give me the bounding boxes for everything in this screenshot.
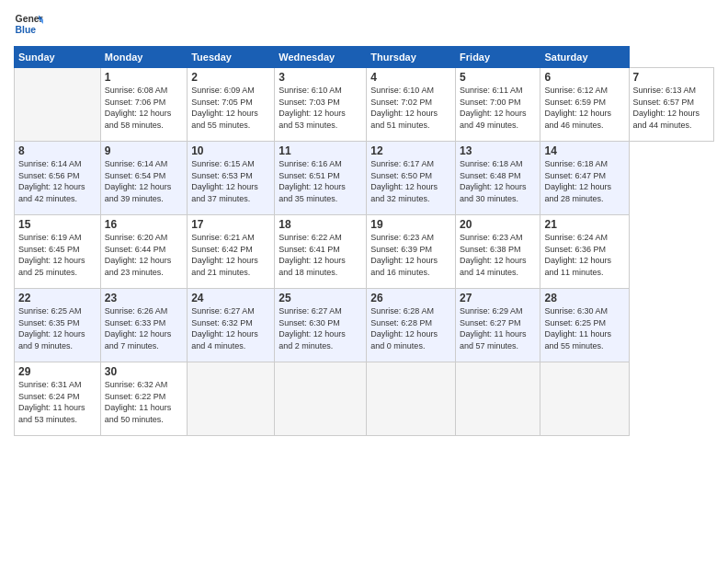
calendar-day-7: 7Sunrise: 6:13 AM Sunset: 6:57 PM Daylig… [629,68,714,142]
calendar-day-5: 5Sunrise: 6:11 AM Sunset: 7:00 PM Daylig… [456,68,540,142]
day-number: 2 [191,71,270,84]
day-info: Sunrise: 6:08 AM Sunset: 7:06 PM Dayligh… [105,85,183,131]
logo: General Blue [14,9,43,39]
calendar-week-1: 1Sunrise: 6:08 AM Sunset: 7:06 PM Daylig… [15,68,714,142]
day-info: Sunrise: 6:16 AM Sunset: 6:51 PM Dayligh… [279,158,362,204]
weekday-header-wednesday: Wednesday [275,47,367,68]
calendar-day-25: 25Sunrise: 6:27 AM Sunset: 6:30 PM Dayli… [275,289,367,362]
day-number: 11 [279,144,362,157]
day-number: 23 [105,292,183,304]
day-info: Sunrise: 6:17 AM Sunset: 6:50 PM Dayligh… [370,158,451,204]
day-info: Sunrise: 6:14 AM Sunset: 6:56 PM Dayligh… [18,158,97,204]
day-number: 18 [279,218,362,231]
weekday-header-tuesday: Tuesday [188,47,275,68]
day-info: Sunrise: 6:09 AM Sunset: 7:05 PM Dayligh… [191,85,270,131]
day-info: Sunrise: 6:18 AM Sunset: 6:48 PM Dayligh… [460,158,536,204]
day-number: 16 [105,218,183,231]
day-info: Sunrise: 6:25 AM Sunset: 6:35 PM Dayligh… [18,305,97,351]
day-number: 19 [370,218,451,231]
day-info: Sunrise: 6:26 AM Sunset: 6:33 PM Dayligh… [105,305,183,351]
day-info: Sunrise: 6:15 AM Sunset: 6:53 PM Dayligh… [191,158,270,204]
day-number: 4 [370,71,451,84]
day-info: Sunrise: 6:23 AM Sunset: 6:39 PM Dayligh… [370,232,451,278]
calendar-day-2: 2Sunrise: 6:09 AM Sunset: 7:05 PM Daylig… [188,68,275,142]
day-number: 7 [633,71,711,84]
day-info: Sunrise: 6:27 AM Sunset: 6:30 PM Dayligh… [279,305,362,351]
day-number: 28 [544,292,624,304]
calendar-day-16: 16Sunrise: 6:20 AM Sunset: 6:44 PM Dayli… [100,215,187,289]
day-number: 17 [191,218,270,231]
day-number: 30 [105,365,183,378]
calendar-week-3: 15Sunrise: 6:19 AM Sunset: 6:45 PM Dayli… [15,215,714,289]
calendar-empty-cell [540,362,629,436]
calendar-body: 1Sunrise: 6:08 AM Sunset: 7:06 PM Daylig… [15,68,714,436]
weekday-header-saturday: Saturday [540,47,629,68]
calendar-day-15: 15Sunrise: 6:19 AM Sunset: 6:45 PM Dayli… [15,215,101,289]
day-number: 27 [460,292,536,304]
day-info: Sunrise: 6:24 AM Sunset: 6:36 PM Dayligh… [544,232,624,278]
day-info: Sunrise: 6:10 AM Sunset: 7:03 PM Dayligh… [279,85,362,131]
calendar-day-1: 1Sunrise: 6:08 AM Sunset: 7:06 PM Daylig… [100,68,187,142]
calendar-day-27: 27Sunrise: 6:29 AM Sunset: 6:27 PM Dayli… [456,289,540,362]
calendar-day-26: 26Sunrise: 6:28 AM Sunset: 6:28 PM Dayli… [367,289,456,362]
calendar-day-22: 22Sunrise: 6:25 AM Sunset: 6:35 PM Dayli… [15,289,101,362]
day-number: 6 [544,71,624,84]
weekday-header-monday: Monday [100,47,187,68]
day-info: Sunrise: 6:31 AM Sunset: 6:24 PM Dayligh… [18,379,97,425]
day-number: 13 [460,144,536,157]
calendar-day-13: 13Sunrise: 6:18 AM Sunset: 6:48 PM Dayli… [456,142,540,215]
calendar-day-14: 14Sunrise: 6:18 AM Sunset: 6:47 PM Dayli… [540,142,629,215]
day-info: Sunrise: 6:30 AM Sunset: 6:25 PM Dayligh… [544,305,624,351]
calendar-day-9: 9Sunrise: 6:14 AM Sunset: 6:54 PM Daylig… [100,142,187,215]
day-info: Sunrise: 6:22 AM Sunset: 6:41 PM Dayligh… [279,232,362,278]
logo-icon: General Blue [14,9,43,39]
weekday-header-thursday: Thursday [367,47,456,68]
calendar-day-28: 28Sunrise: 6:30 AM Sunset: 6:25 PM Dayli… [540,289,629,362]
day-info: Sunrise: 6:28 AM Sunset: 6:28 PM Dayligh… [370,305,451,351]
day-number: 24 [191,292,270,304]
day-number: 21 [544,218,624,231]
calendar-day-23: 23Sunrise: 6:26 AM Sunset: 6:33 PM Dayli… [100,289,187,362]
calendar-day-30: 30Sunrise: 6:32 AM Sunset: 6:22 PM Dayli… [100,362,187,436]
calendar-day-6: 6Sunrise: 6:12 AM Sunset: 6:59 PM Daylig… [540,68,629,142]
day-number: 9 [105,144,183,157]
day-info: Sunrise: 6:29 AM Sunset: 6:27 PM Dayligh… [460,305,536,351]
weekday-header-sunday: Sunday [15,47,101,68]
calendar-week-4: 22Sunrise: 6:25 AM Sunset: 6:35 PM Dayli… [15,289,714,362]
day-number: 20 [460,218,536,231]
day-info: Sunrise: 6:20 AM Sunset: 6:44 PM Dayligh… [105,232,183,278]
day-number: 25 [279,292,362,304]
day-info: Sunrise: 6:11 AM Sunset: 7:00 PM Dayligh… [460,85,536,131]
calendar-day-17: 17Sunrise: 6:21 AM Sunset: 6:42 PM Dayli… [188,215,275,289]
day-info: Sunrise: 6:13 AM Sunset: 6:57 PM Dayligh… [633,85,711,131]
calendar-day-20: 20Sunrise: 6:23 AM Sunset: 6:38 PM Dayli… [456,215,540,289]
calendar-day-12: 12Sunrise: 6:17 AM Sunset: 6:50 PM Dayli… [367,142,456,215]
calendar-empty-cell [456,362,540,436]
day-info: Sunrise: 6:23 AM Sunset: 6:38 PM Dayligh… [460,232,536,278]
calendar-day-21: 21Sunrise: 6:24 AM Sunset: 6:36 PM Dayli… [540,215,629,289]
day-number: 29 [18,365,97,378]
calendar-day-18: 18Sunrise: 6:22 AM Sunset: 6:41 PM Dayli… [275,215,367,289]
calendar-day-8: 8Sunrise: 6:14 AM Sunset: 6:56 PM Daylig… [15,142,101,215]
day-info: Sunrise: 6:14 AM Sunset: 6:54 PM Dayligh… [105,158,183,204]
day-number: 1 [105,71,183,84]
day-info: Sunrise: 6:12 AM Sunset: 6:59 PM Dayligh… [544,85,624,131]
svg-text:Blue: Blue [16,25,37,35]
day-number: 12 [370,144,451,157]
day-info: Sunrise: 6:19 AM Sunset: 6:45 PM Dayligh… [18,232,97,278]
day-number: 8 [18,144,97,157]
day-number: 10 [191,144,270,157]
calendar-empty-cell [188,362,275,436]
calendar-empty-cell [275,362,367,436]
calendar-week-5: 29Sunrise: 6:31 AM Sunset: 6:24 PM Dayli… [15,362,714,436]
calendar-day-19: 19Sunrise: 6:23 AM Sunset: 6:39 PM Dayli… [367,215,456,289]
calendar-empty-cell [367,362,456,436]
weekday-header-friday: Friday [456,47,540,68]
day-info: Sunrise: 6:18 AM Sunset: 6:47 PM Dayligh… [544,158,624,204]
calendar-day-4: 4Sunrise: 6:10 AM Sunset: 7:02 PM Daylig… [367,68,456,142]
day-info: Sunrise: 6:21 AM Sunset: 6:42 PM Dayligh… [191,232,270,278]
day-info: Sunrise: 6:10 AM Sunset: 7:02 PM Dayligh… [370,85,451,131]
day-info: Sunrise: 6:27 AM Sunset: 6:32 PM Dayligh… [191,305,270,351]
day-info: Sunrise: 6:32 AM Sunset: 6:22 PM Dayligh… [105,379,183,425]
calendar-day-10: 10Sunrise: 6:15 AM Sunset: 6:53 PM Dayli… [188,142,275,215]
